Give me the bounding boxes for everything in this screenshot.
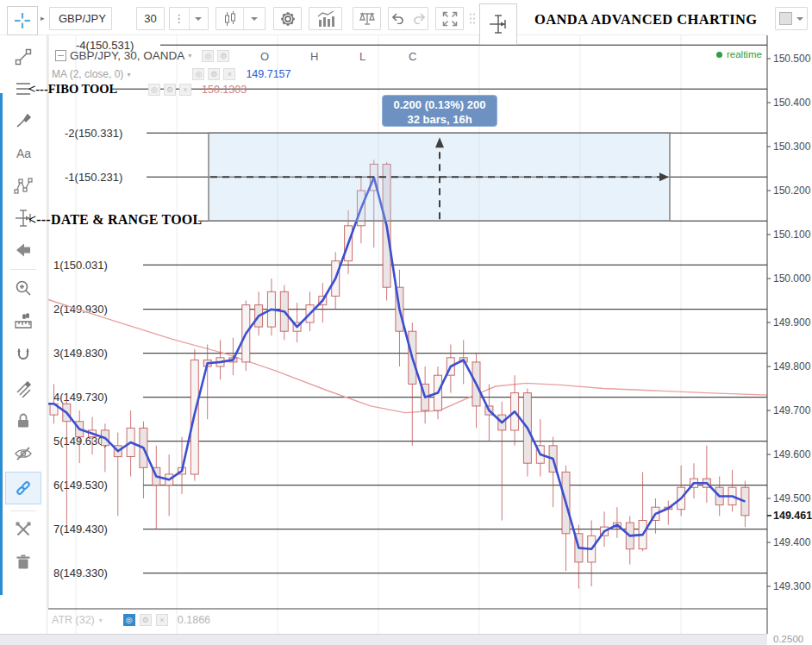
current-price-label: 149.461 xyxy=(773,510,812,522)
fibo-level-label: -2(150.331) xyxy=(65,127,122,140)
study-settings-icon[interactable]: ⚙ xyxy=(217,50,229,62)
realtime-dot xyxy=(716,52,722,58)
brush-icon xyxy=(14,111,33,130)
ma-200-line[interactable] xyxy=(48,300,767,413)
tool-zoom-in-button[interactable] xyxy=(6,272,41,304)
pitchfork-icon xyxy=(14,177,33,196)
text-icon: Aa xyxy=(14,144,33,163)
tool-trash-button[interactable] xyxy=(6,547,41,578)
measurement-tooltip: 0.200 (0.13%) 200 32 bars, 16h xyxy=(382,95,497,127)
date-range-tool-button[interactable] xyxy=(479,3,517,45)
hide-icon xyxy=(14,444,33,463)
settings-button[interactable] xyxy=(273,7,302,30)
fullscreen-button[interactable] xyxy=(435,7,464,30)
tools-icon xyxy=(14,520,33,539)
atr-axis-label: 0.2500 xyxy=(773,634,803,644)
interval-button[interactable]: 30 xyxy=(136,7,165,30)
magnet-icon xyxy=(14,346,33,365)
tool-hide-button[interactable] xyxy=(6,438,41,469)
back-arrow-icon xyxy=(14,241,33,260)
study-settings-icon[interactable]: ⚙ xyxy=(164,84,176,96)
atr-study-header: ATR (32) ▾ ◎ ⚙ × 0.1866 xyxy=(52,614,210,626)
axis-tick-label: 150.000 xyxy=(773,272,811,285)
fibo-level-label: -1(150.231) xyxy=(65,171,122,184)
tool-measure-button[interactable] xyxy=(6,305,41,336)
fibo-level-label: 8(149.330) xyxy=(53,567,108,579)
low-letter: L xyxy=(359,50,365,63)
tool-tools-button[interactable] xyxy=(6,514,41,545)
tool-text-button[interactable]: Aa xyxy=(6,138,41,169)
collapse-icon[interactable] xyxy=(55,50,66,61)
study-settings-icon[interactable]: ⚙ xyxy=(140,614,152,626)
fibo-level-label: 7(149.430) xyxy=(53,523,108,535)
tool-drawings-button[interactable] xyxy=(6,373,41,404)
ma-study-label[interactable]: MA (2, close, 0) xyxy=(52,68,123,80)
tool-pitchfork-button[interactable] xyxy=(6,171,41,202)
trash-icon xyxy=(14,553,33,572)
axis-tick-label: 149.300 xyxy=(773,580,811,592)
tool-back-arrow-button[interactable] xyxy=(6,235,41,266)
tool-magnet-button[interactable] xyxy=(6,340,41,371)
oanda-charting-app: { "toolbar": { "symbol": "GBP/JPY", "int… xyxy=(0,0,812,645)
fibo-level-label: 6(149.530) xyxy=(53,479,108,492)
date-range-tool-annotation: <---DATE & RANGE TOOL xyxy=(28,212,202,228)
symbol-button[interactable]: GBP/JPY xyxy=(49,7,112,30)
date-range-icon xyxy=(487,13,509,35)
eye-toggle-icon[interactable]: ◎ xyxy=(148,84,160,96)
tool-brush-button[interactable] xyxy=(6,105,41,136)
indicators-button[interactable] xyxy=(309,7,342,30)
close-icon[interactable]: × xyxy=(179,84,191,96)
redo-icon xyxy=(412,13,425,24)
chevron-down-icon xyxy=(796,17,803,21)
tooltip-line2: 32 bars, 16h xyxy=(383,112,497,127)
tool-link-button[interactable] xyxy=(6,473,41,504)
instrument-header: GBP/JPY, 30, OANDA ▾ ◎ ⚙ xyxy=(55,49,229,62)
fibo-level-label: 1(150.031) xyxy=(53,259,108,272)
tool-trend-line-button[interactable] xyxy=(6,41,41,72)
chart-style-button[interactable] xyxy=(215,7,265,30)
eye-toggle-icon[interactable]: ◎ xyxy=(202,50,214,62)
compare-button[interactable] xyxy=(353,7,381,30)
crosshair-icon xyxy=(13,11,32,30)
drawings-icon xyxy=(14,379,33,398)
tool-flyout-arrow[interactable]: ▸ xyxy=(41,14,45,22)
high-letter: H xyxy=(310,50,318,63)
zoom-in-icon xyxy=(14,279,33,297)
eye-toggle-icon[interactable]: ◎ xyxy=(123,614,135,626)
axis-tick-label: 149.700 xyxy=(773,404,811,416)
close-icon[interactable]: × xyxy=(223,68,235,80)
close-icon[interactable]: × xyxy=(156,614,168,626)
chevron-down-icon xyxy=(251,17,258,21)
atr-value: 0.1866 xyxy=(178,614,210,626)
dots-menu-icon: ⋮ xyxy=(170,12,189,25)
eye-toggle-icon[interactable]: ◎ xyxy=(192,68,204,80)
toolbar-drag-handle[interactable] xyxy=(469,12,475,24)
measure-icon xyxy=(14,311,33,330)
ma-study-header: MA (2, close, 0) ▾ ◎ ⚙ × 149.7157 xyxy=(52,68,291,80)
compare-scales-icon xyxy=(358,10,377,28)
axis-tick-label: 150.100 xyxy=(773,229,811,241)
gear-icon xyxy=(279,10,297,28)
drawing-toolbar: Aa xyxy=(0,35,47,634)
background-color-button[interactable] xyxy=(775,7,808,30)
instrument-label[interactable]: GBP/JPY, 30, OANDA xyxy=(70,49,184,62)
axis-tick-label: 149.900 xyxy=(773,316,811,329)
tool-lock-button[interactable] xyxy=(6,405,41,436)
study-settings-icon[interactable]: ⚙ xyxy=(208,68,220,80)
realtime-status: realtime xyxy=(716,49,762,59)
svg-text:Aa: Aa xyxy=(16,147,31,160)
chevron-down-icon[interactable]: ▾ xyxy=(188,52,191,59)
chevron-down-icon[interactable]: ▾ xyxy=(127,71,130,78)
fullscreen-icon xyxy=(442,11,458,27)
horizontal-scrollbar[interactable] xyxy=(0,634,767,645)
fibo-level-label: 3(149.830) xyxy=(53,347,108,360)
crosshair-tool-button[interactable] xyxy=(7,6,38,35)
atr-label[interactable]: ATR (32) xyxy=(52,614,95,626)
chevron-down-icon xyxy=(195,17,202,21)
fibo-level-label: 2(149.930) xyxy=(53,303,108,316)
trend-line-icon xyxy=(14,47,33,66)
interval-menu-button[interactable]: ⋮ xyxy=(169,7,209,30)
chevron-down-icon[interactable]: ▾ xyxy=(99,617,103,624)
ma-2-line[interactable] xyxy=(48,178,745,549)
undo-redo-group[interactable] xyxy=(388,7,428,30)
